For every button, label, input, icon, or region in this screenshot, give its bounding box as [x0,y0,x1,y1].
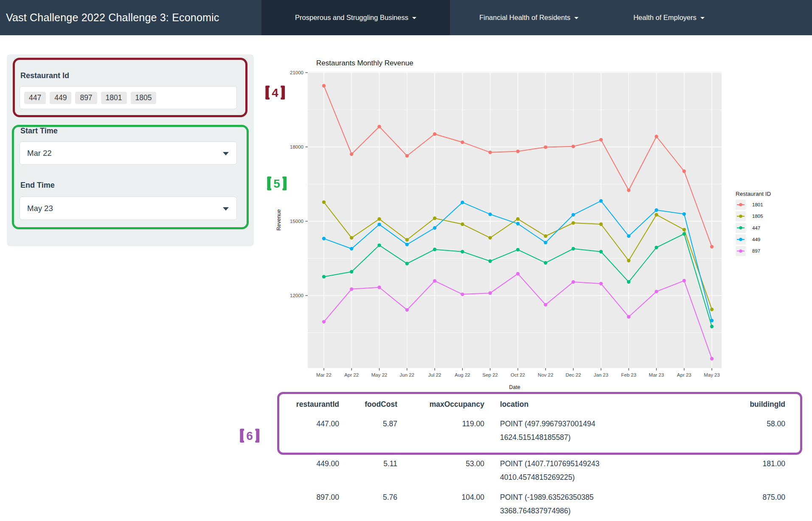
annotation-marker-6: 6 [240,429,259,443]
col-foodCost: foodCost [339,395,397,414]
svg-text:Jun 22: Jun 22 [400,372,415,377]
cell-location: POINT (1407.7107695149243 4010.457481526… [484,457,628,484]
svg-text:1801: 1801 [752,202,763,207]
svg-text:Restaurant ID: Restaurant ID [736,191,771,197]
caret-down-icon [223,207,229,211]
start-time-label: Start Time [20,127,58,135]
table-header-row: restaurantId foodCost maxOccupancy locat… [285,395,785,414]
cell-restaurantId: 447.00 [285,417,339,431]
col-maxOccupancy: maxOccupancy [397,395,484,414]
svg-text:Revenue: Revenue [276,209,282,231]
cell-buildingId: 875.00 [628,490,785,504]
cell-maxOccupancy: 104.00 [397,490,484,504]
restaurant-id-tag[interactable]: 1805 [131,92,157,104]
restaurant-table: restaurantId foodCost maxOccupancy locat… [285,395,785,518]
svg-text:Mar 22: Mar 22 [316,372,332,377]
left-bracket-icon [240,429,244,443]
svg-text:15000: 15000 [290,219,303,224]
nav-tab-label: Health of Employers [633,14,697,22]
svg-text:Aug 22: Aug 22 [455,372,470,377]
caret-down-icon [223,152,229,155]
caret-down-icon [574,17,579,19]
svg-text:May 23: May 23 [704,372,720,377]
svg-text:Feb 23: Feb 23 [621,372,636,377]
svg-text:Apr 23: Apr 23 [677,372,691,377]
svg-text:21000: 21000 [290,70,303,75]
svg-text:May 22: May 22 [371,372,388,377]
cell-restaurantId: 449.00 [285,457,339,470]
restaurant-id-tag[interactable]: 897 [75,92,97,104]
col-restaurantId: restaurantId [285,395,339,414]
cell-buildingId: 58.00 [628,417,785,431]
caret-down-icon [412,17,416,19]
cell-maxOccupancy: 53.00 [397,457,484,470]
svg-text:Apr 22: Apr 22 [344,372,359,377]
revenue-line-chart: 12000150001800021000Mar 22Apr 22May 22Ju… [259,55,812,393]
start-time-value: Mar 22 [27,149,52,158]
cell-maxOccupancy: 119.00 [397,417,484,431]
svg-text:Sep 22: Sep 22 [483,372,498,377]
restaurant-id-tag[interactable]: 1801 [101,92,127,104]
svg-text:Jan 23: Jan 23 [594,372,609,377]
nav-tab-label: Prosperous and Struggling Business [295,14,408,22]
end-time-label: End Time [20,181,55,190]
restaurant-id-input[interactable]: 447 449 897 1801 1805 [20,86,237,109]
svg-text:1805: 1805 [752,214,763,219]
table-row: 447.00 5.87 119.00 POINT (497.9967937001… [285,417,785,444]
nav-tab-prosperous-struggling-business[interactable]: Prosperous and Struggling Business [261,0,450,35]
table-row: 449.00 5.11 53.00 POINT (1407.7107695149… [285,457,785,484]
page-title: Vast Challenge 2022 Challenge 3: Economi… [6,0,219,35]
svg-text:Oct 22: Oct 22 [511,372,525,377]
cell-location: POINT (497.9967937001494 1624.5151481855… [484,417,628,444]
svg-text:18000: 18000 [290,144,303,149]
col-buildingId: buildingId [628,395,785,414]
svg-text:447: 447 [752,225,760,231]
restaurant-id-tag[interactable]: 449 [50,92,71,104]
table-row: 897.00 5.76 104.00 POINT (-1989.63526350… [285,490,785,518]
end-time-value: May 23 [27,204,53,213]
svg-text:Mar 23: Mar 23 [649,372,664,377]
cell-location: POINT (-1989.63526350385 3368.7648379749… [484,490,628,518]
restaurants-monthly-revenue-plot: 12000150001800021000Mar 22Apr 22May 22Ju… [259,55,812,393]
caret-down-icon [700,17,705,19]
restaurant-id-tag[interactable]: 447 [24,92,46,104]
cell-foodCost: 5.11 [339,457,397,470]
nav-tab-label: Financial Health of Residents [479,14,570,22]
svg-text:Dec 22: Dec 22 [565,372,581,377]
svg-text:449: 449 [752,237,760,242]
cell-restaurantId: 897.00 [285,490,339,504]
end-time-select[interactable]: May 23 [20,197,237,220]
start-time-select[interactable]: Mar 22 [20,141,237,165]
col-location: location [484,395,628,414]
nav-tab-health-employers[interactable]: Health of Employers [608,0,730,35]
svg-text:Restaurants Monthly Revenue: Restaurants Monthly Revenue [316,59,413,67]
restaurant-id-label: Restaurant Id [20,71,69,80]
cell-buildingId: 181.00 [628,457,785,470]
cell-foodCost: 5.87 [339,417,397,431]
svg-text:Jul 22: Jul 22 [428,372,441,377]
nav-tab-financial-health-residents[interactable]: Financial Health of Residents [450,0,608,35]
navbar: Vast Challenge 2022 Challenge 3: Economi… [0,0,812,35]
svg-text:Date: Date [509,384,520,390]
cell-foodCost: 5.76 [339,490,397,504]
svg-text:897: 897 [752,248,760,253]
svg-text:12000: 12000 [290,293,303,298]
right-bracket-icon [255,429,259,443]
svg-text:Nov 22: Nov 22 [538,372,553,377]
